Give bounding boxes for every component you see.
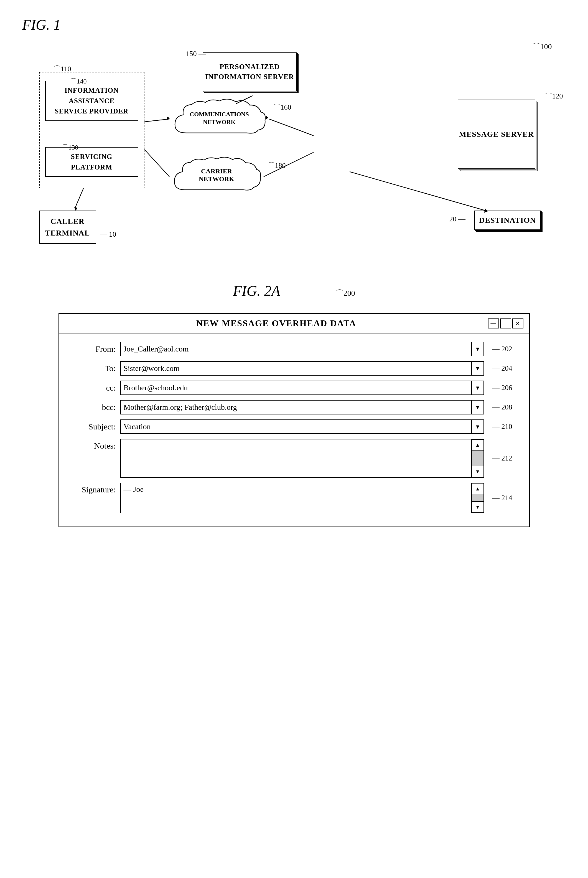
iasp-box: INFORMATIONASSISTANCESERVICE PROVIDER: [45, 81, 138, 121]
notes-scroll-up[interactable]: ▲: [472, 439, 483, 451]
cc-input-wrap: ▼: [120, 380, 484, 395]
svg-line-11: [75, 188, 84, 208]
svg-line-4: [144, 119, 170, 122]
signature-textarea[interactable]: — Joe: [120, 483, 472, 513]
svg-text:CARRIER: CARRIER: [201, 168, 232, 175]
personalized-info-server: PERSONALIZED INFORMATION SERVER 150 —: [202, 53, 297, 91]
ref-202: — 202: [492, 345, 512, 353]
carrier-network: CARRIER NETWORK ⌒180: [170, 155, 264, 199]
svg-line-5: [144, 150, 170, 177]
ref-210: — 210: [492, 422, 512, 431]
ref-20: 20 —: [449, 215, 466, 223]
signature-scroll-down[interactable]: ▼: [472, 502, 483, 513]
fig1-diagram: PERSONALIZED INFORMATION SERVER 150 — ⌒1…: [31, 44, 558, 260]
notes-scroll-track[interactable]: [472, 451, 483, 466]
signature-row: Signature: — Joe ▲ ▼ — 214: [76, 483, 512, 513]
cc-input[interactable]: [120, 380, 472, 395]
signature-scroll-up[interactable]: ▲: [472, 483, 483, 494]
ref-180: ⌒180: [268, 161, 286, 170]
close-button[interactable]: ✕: [512, 319, 524, 328]
dialog-titlebar: NEW MESSAGE OVERHEAD DATA — □ ✕: [59, 314, 529, 334]
iasp-container: ⌒110 INFORMATIONASSISTANCESERVICE PROVID…: [39, 72, 144, 188]
notes-scrollbar[interactable]: ▲ ▼: [472, 439, 484, 478]
ref-110: ⌒110: [54, 64, 71, 74]
destination: DESTINATION 20 —: [474, 210, 541, 230]
signature-scrollbar[interactable]: ▲ ▼: [472, 483, 484, 513]
notes-scroll-down[interactable]: ▼: [472, 466, 483, 477]
signature-scroll-track[interactable]: [472, 494, 483, 502]
subject-label: Subject:: [76, 422, 120, 431]
from-dropdown-btn[interactable]: ▼: [472, 342, 484, 356]
maximize-button[interactable]: □: [500, 319, 511, 328]
notes-row: Notes: ▲ ▼ — 212: [76, 439, 512, 478]
cc-row: cc: ▼ — 206: [76, 380, 512, 395]
subject-input-wrap: ▼: [120, 419, 484, 434]
notes-textarea-wrap: ▲ ▼: [120, 439, 484, 478]
ref-212: — 212: [492, 454, 512, 462]
ref-200: ⌒200: [336, 288, 355, 299]
to-row: To: ▼ — 204: [76, 361, 512, 376]
subject-row: Subject: ▼ — 210: [76, 419, 512, 434]
ref-208: — 208: [492, 403, 512, 411]
communications-network: COMMUNICATIONS NETWORK ⌒160: [170, 97, 269, 142]
svg-text:NETWORK: NETWORK: [198, 175, 234, 182]
svg-line-6: [269, 119, 314, 136]
signature-label: Signature:: [76, 483, 120, 494]
fig1-section: FIG. 1 ⌒100 PERSONALIZED INFORMATION SER…: [22, 17, 566, 260]
signature-textarea-wrap: — Joe ▲ ▼: [120, 483, 484, 513]
servicing-platform-box: SERVICINGPLATFORM: [45, 147, 138, 177]
dialog-controls[interactable]: — □ ✕: [488, 319, 524, 328]
to-input-wrap: ▼: [120, 361, 484, 376]
svg-text:NETWORK: NETWORK: [203, 119, 236, 125]
ref-214: — 214: [492, 494, 512, 502]
message-server: MESSAGE SERVER ⌒120: [458, 99, 536, 169]
fig1-title: FIG. 1: [22, 17, 566, 33]
cc-label: cc:: [76, 383, 120, 392]
bcc-row: bcc: ▼ — 208: [76, 400, 512, 415]
svg-text:COMMUNICATIONS: COMMUNICATIONS: [190, 111, 249, 117]
bcc-input[interactable]: [120, 400, 472, 415]
fig2a-section: FIG. 2A ⌒200 NEW MESSAGE OVERHEAD DATA —…: [22, 283, 566, 527]
dialog-body: From: ▼ — 202 To: ▼ — 204: [59, 334, 529, 526]
from-input-wrap: ▼: [120, 342, 484, 356]
ref-10: — 10: [100, 230, 116, 238]
bcc-input-wrap: ▼: [120, 400, 484, 415]
dialog-window: NEW MESSAGE OVERHEAD DATA — □ ✕ From:: [58, 313, 530, 527]
from-row: From: ▼ — 202: [76, 342, 512, 356]
ref-140: ⌒140: [70, 77, 87, 86]
ref-130: ⌒130: [62, 143, 78, 152]
subject-input[interactable]: [120, 419, 472, 434]
cc-dropdown-btn[interactable]: ▼: [472, 380, 484, 395]
to-label: To:: [76, 364, 120, 373]
fig2a-title: FIG. 2A: [233, 283, 280, 299]
from-label: From:: [76, 344, 120, 354]
to-input[interactable]: [120, 361, 472, 376]
caller-terminal: CALLERTERMINAL — 10: [39, 210, 116, 244]
subject-dropdown-btn[interactable]: ▼: [472, 419, 484, 434]
ref-120: ⌒120: [545, 91, 563, 101]
bcc-label: bcc:: [76, 403, 120, 412]
ref-150: 150 —: [186, 50, 206, 58]
ref-204: — 204: [492, 364, 512, 373]
svg-line-9: [350, 172, 485, 210]
ref-160: ⌒160: [273, 102, 291, 112]
to-dropdown-btn[interactable]: ▼: [472, 361, 484, 376]
minimize-button[interactable]: —: [488, 319, 499, 328]
from-input[interactable]: [120, 342, 472, 356]
dialog-title: NEW MESSAGE OVERHEAD DATA: [65, 318, 488, 328]
notes-textarea[interactable]: [120, 439, 472, 478]
bcc-dropdown-btn[interactable]: ▼: [472, 400, 484, 415]
ref-206: — 206: [492, 384, 512, 392]
notes-label: Notes:: [76, 439, 120, 451]
